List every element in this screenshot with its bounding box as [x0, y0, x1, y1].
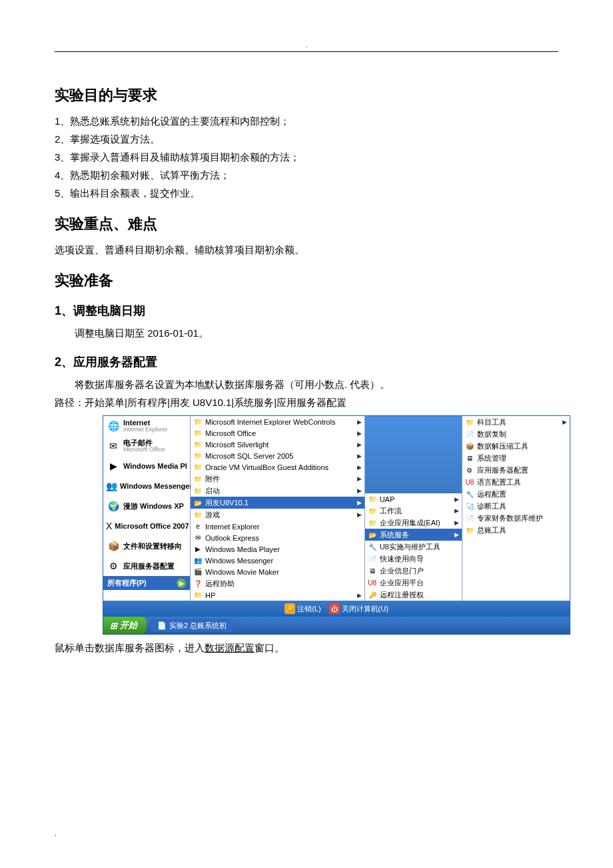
start-button[interactable]: ⊞ 开始	[103, 617, 147, 634]
chevron-right-icon: ▶	[357, 475, 362, 482]
menu-item[interactable]: 🔧U8实施与维护工具	[365, 541, 462, 553]
menu-item-icon: 🔑	[368, 590, 377, 599]
menu-item[interactable]: 📁HP▶	[191, 589, 364, 601]
menu-item[interactable]: 📦数据解压缩工具	[462, 440, 570, 452]
menu-item[interactable]: 🔧远程配置	[462, 488, 570, 500]
server-text-1: 将数据库服务器名设置为本地默认数据库服务器（可用小数点. 代表）。	[55, 375, 558, 393]
menu-item-icon: 📁	[193, 486, 203, 495]
menu-item-icon: 🩺	[465, 501, 474, 511]
menu-item[interactable]: 🔑远程注册授权	[365, 589, 462, 601]
menu-item[interactable]: 📁Microsoft Silverlight▶	[191, 439, 364, 450]
menu-item-icon: 📄	[465, 429, 474, 439]
menu-item-icon: 📁	[368, 495, 377, 504]
purpose-item-1: 1、熟悉总账系统初始化设置的主要流程和内部控制；	[55, 112, 558, 130]
menu-item[interactable]: 📂用友U8V10.1▶	[191, 497, 364, 509]
menu-item-label: 附件	[205, 474, 220, 484]
menu-item-icon: 📦	[106, 539, 121, 553]
menu-item[interactable]: 📁总账工具	[462, 524, 570, 536]
document-body: 实验目的与要求 1、熟悉总账系统初始化设置的主要流程和内部控制； 2、掌握选项设…	[55, 85, 558, 657]
logoff-button[interactable]: 🔑 注销(L)	[285, 603, 320, 614]
after-image-suffix: 窗口。	[255, 642, 285, 653]
taskbar-item[interactable]: 📄 实验2 总账系统初	[151, 619, 233, 632]
menu-item[interactable]: 🖥系统管理	[462, 452, 570, 464]
menu-item[interactable]: 🩺诊断工具	[462, 500, 570, 512]
menu-item-label: 游戏	[205, 510, 220, 520]
server-text-2: 路径：开始菜单|所有程序|用友 U8V10.1|系统服务|应用服务器配置	[55, 393, 558, 411]
menu-item[interactable]: 📄快速使用向导	[365, 553, 462, 565]
menu-item-label: 远程配置	[477, 489, 506, 499]
menu-item[interactable]: 👥Windows Messenger	[103, 476, 190, 496]
menu-item[interactable]: 📁Microsoft Office▶	[191, 427, 364, 439]
menu-item-icon: 📁	[193, 510, 203, 519]
menu-item[interactable]: 📁Microsoft SQL Server 2005▶	[191, 450, 364, 461]
chevron-right-icon: ▶	[357, 592, 362, 599]
menu-item-icon: 📁	[193, 440, 203, 449]
menu-item[interactable]: ⚙应用服务器配置	[103, 556, 190, 576]
menu-item[interactable]: 📁企业应用集成(EAI)▶	[365, 517, 462, 529]
menu-item-icon: 🔧	[465, 489, 474, 499]
menu-item-icon: 📁	[465, 417, 474, 427]
menu-item[interactable]: 📁Microsoft Internet Explorer WebControls…	[191, 416, 364, 427]
heading-date: 1、调整电脑日期	[55, 303, 558, 319]
menu-item[interactable]: ❓远程协助	[191, 577, 364, 589]
menu-item[interactable]: 🎬Windows Movie Maker	[191, 566, 364, 577]
start-menu: 🌐InternetInternet Explorer✉电子邮件Microsoft…	[103, 415, 570, 635]
menu-item[interactable]: eInternet Explorer	[191, 521, 364, 532]
menu-item[interactable]: 📁工作流▶	[365, 505, 462, 517]
menu-item[interactable]: ▶Windows Media Player	[191, 543, 364, 555]
data-source-config-link: 数据源配置	[205, 642, 255, 653]
menu-item[interactable]: U8语言配置工具	[462, 476, 570, 488]
menu-item-icon: ✉	[193, 533, 203, 543]
chevron-right-icon: ▶	[357, 499, 362, 506]
arrow-right-icon: ▶	[177, 579, 186, 588]
chevron-right-icon: ▶	[454, 531, 459, 538]
menu-item[interactable]: 🌐InternetInternet Explorer	[103, 416, 190, 436]
menu-item[interactable]: 👥Windows Messenger	[191, 555, 364, 566]
menu-item[interactable]: 🌍漫游 Windows XP	[103, 496, 190, 516]
menu-item[interactable]: 📁附件▶	[191, 473, 364, 485]
menu-item[interactable]: 📁科目工具▶	[462, 416, 570, 428]
menu-item[interactable]: U8企业应用平台	[365, 577, 462, 589]
logoff-label: 注销(L)	[297, 604, 320, 614]
chevron-right-icon: ▶	[357, 511, 362, 518]
menu-item[interactable]: 🖥企业信息门户	[365, 565, 462, 577]
menu-item[interactable]: XMicrosoft Office 2007	[103, 516, 190, 536]
heading-focus: 实验重点、难点	[55, 214, 558, 234]
menu-item[interactable]: 📄数据复制	[462, 428, 570, 440]
submenu-u8: 📁UAP▶📁工作流▶📁企业应用集成(EAI)▶📂系统服务▶🔧U8实施与维护工具📄…	[365, 416, 462, 601]
menu-item-icon: ▶	[193, 545, 203, 554]
menu-item[interactable]: 📁游戏▶	[191, 509, 364, 521]
menu-item[interactable]: 📁Oracle VM VirtualBox Guest Additions▶	[191, 461, 364, 473]
chevron-right-icon: ▶	[357, 464, 362, 471]
menu-item-icon: ⚙	[465, 465, 474, 475]
menu-item-label: 数据复制	[477, 429, 506, 439]
focus-text: 选项设置、普通科目期初余额、辅助核算项目期初余额。	[55, 241, 558, 259]
menu-item[interactable]: 📄专家财务数据库维护	[462, 512, 570, 524]
menu-item[interactable]: 📦文件和设置转移向	[103, 536, 190, 556]
menu-item-label: 数据解压缩工具	[477, 441, 528, 451]
chevron-right-icon: ▶	[454, 519, 459, 526]
menu-item-icon: 📄	[368, 554, 377, 563]
menu-item[interactable]: ⚙应用服务器配置	[462, 464, 570, 476]
menu-item-icon: ❓	[193, 579, 203, 588]
shutdown-button[interactable]: ⏻ 关闭计算机(U)	[329, 603, 388, 614]
menu-item[interactable]: 📁UAP▶	[365, 493, 462, 505]
chevron-right-icon: ▶	[357, 487, 362, 494]
menu-item[interactable]: ✉电子邮件Microsoft Office	[103, 436, 190, 456]
menu-item-label: 诊断工具	[477, 501, 506, 511]
menu-item-label: 启动	[205, 486, 220, 496]
menu-item-label: Windows Media Player	[205, 545, 280, 553]
menu-item[interactable]: 📂系统服务▶	[365, 529, 462, 541]
menu-item-label: 总账工具	[477, 525, 506, 535]
header-rule	[55, 51, 558, 52]
all-programs-button[interactable]: 所有程序(P) ▶	[103, 576, 190, 590]
date-text: 调整电脑日期至 2016-01-01。	[55, 324, 558, 342]
menu-item[interactable]: ✉Outlook Express	[191, 532, 364, 543]
menu-item[interactable]: ▶Windows Media Pl	[103, 456, 190, 476]
menu-item-icon: 📁	[193, 474, 203, 483]
menu-item-label: Microsoft Office	[205, 429, 256, 437]
menu-item[interactable]: 📁启动▶	[191, 485, 364, 497]
menu-item-label: 专家财务数据库维护	[477, 513, 543, 523]
menu-item-label: UAP	[380, 495, 395, 503]
menu-item-label: Outlook Express	[205, 534, 259, 542]
